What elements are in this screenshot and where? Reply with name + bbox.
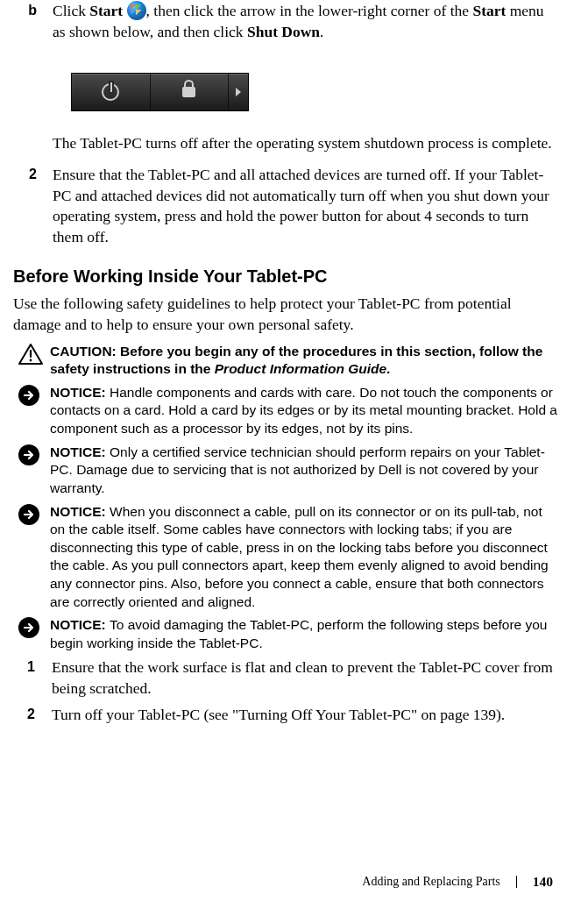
notice-label: NOTICE: (50, 444, 110, 459)
caution-label: CAUTION: (50, 344, 120, 359)
footer-separator (516, 876, 517, 888)
chapter-title: Adding and Replacing Parts (362, 875, 499, 889)
caution-triangle-icon (18, 344, 43, 365)
notice-text: NOTICE: Only a certified service technic… (50, 444, 558, 498)
text: Click (53, 2, 89, 19)
shutdown-label: Shut Down (247, 23, 320, 40)
arrow-right-icon (236, 88, 241, 96)
start-label: Start (89, 2, 123, 19)
shutdown-bar-image (71, 73, 558, 111)
text: Handle components and cards with care. D… (50, 385, 557, 436)
start-label: Start (472, 2, 506, 19)
step-text: Ensure that the Tablet-PC and all attach… (53, 165, 558, 248)
shutdown-bar (71, 73, 249, 111)
text: When you disconnect a cable, pull on its… (50, 504, 549, 609)
text: , then click the arrow in the lower-righ… (146, 2, 473, 19)
start-orb-icon (127, 1, 146, 20)
notice-arrow-icon (18, 385, 39, 406)
notice-arrow-icon (18, 617, 39, 638)
text: Only a certified service technician shou… (50, 444, 545, 495)
notice-icon-wrap (13, 384, 50, 438)
text: . (386, 361, 390, 376)
section-heading: Before Working Inside Your Tablet-PC (13, 266, 558, 287)
step-number: 1 (13, 657, 52, 699)
intro-paragraph: Use the following safety guidelines to h… (13, 294, 558, 335)
step-2b: 2 Turn off your Tablet-PC (see "Turning … (13, 705, 558, 726)
notice-arrow-icon (18, 444, 39, 465)
notice-label: NOTICE: (50, 617, 110, 632)
substep-bullet: b (13, 1, 53, 42)
step-1: 1 Ensure that the work surface is flat a… (13, 657, 558, 699)
notice-text: NOTICE: When you disconnect a cable, pul… (50, 503, 558, 612)
power-button-cell (72, 74, 151, 110)
notice-icon-wrap (13, 444, 50, 498)
caution-icon-wrap (13, 343, 50, 379)
svg-point-2 (30, 359, 32, 361)
notice-block: NOTICE: Handle components and cards with… (13, 384, 558, 438)
step-2: 2 Ensure that the Tablet-PC and all atta… (13, 165, 558, 248)
text: . (320, 23, 323, 40)
notice-text: NOTICE: To avoid damaging the Tablet-PC,… (50, 616, 558, 652)
caution-block: CAUTION: Before you begin any of the pro… (13, 343, 558, 379)
step-number: 2 (13, 705, 52, 726)
notice-icon-wrap (13, 503, 50, 612)
notice-icon-wrap (13, 616, 50, 652)
substep-text: Click Start , then click the arrow in th… (53, 1, 558, 42)
notice-block: NOTICE: Only a certified service technic… (13, 444, 558, 498)
notice-label: NOTICE: (50, 504, 110, 519)
lock-button-cell (151, 74, 230, 110)
caution-text: CAUTION: Before you begin any of the pro… (50, 343, 558, 379)
arrow-button-cell (229, 74, 248, 110)
power-icon (102, 83, 119, 101)
page-footer: Adding and Replacing Parts 140 (362, 874, 553, 890)
step-text: Turn off your Tablet-PC (see "Turning Of… (52, 705, 558, 726)
guide-title: Product Information Guide (215, 361, 386, 376)
lock-icon (182, 87, 195, 97)
page-number: 140 (533, 874, 553, 890)
notice-label: NOTICE: (50, 385, 110, 400)
step-text: Ensure that the work surface is flat and… (52, 657, 558, 699)
text: To avoid damaging the Tablet-PC, perform… (50, 617, 547, 650)
result-paragraph: The Tablet-PC turns off after the operat… (53, 133, 558, 154)
notice-block: NOTICE: When you disconnect a cable, pul… (13, 503, 558, 612)
notice-text: NOTICE: Handle components and cards with… (50, 384, 558, 438)
notice-block: NOTICE: To avoid damaging the Tablet-PC,… (13, 616, 558, 652)
notice-arrow-icon (18, 504, 39, 525)
step-number: 2 (13, 165, 53, 248)
text (123, 2, 126, 19)
substep-b: b Click Start , then click the arrow in … (13, 1, 558, 42)
